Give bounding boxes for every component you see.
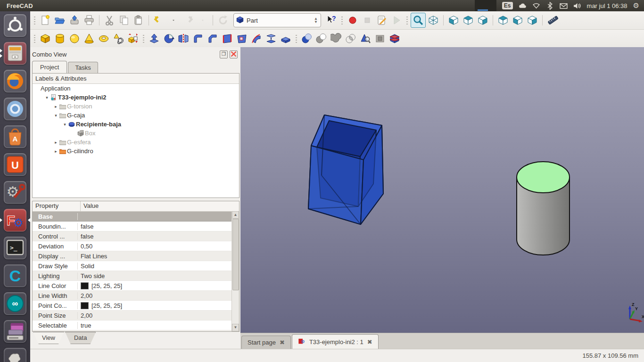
view-front-button[interactable] — [446, 13, 461, 27]
property-value[interactable]: Flat Lines — [78, 253, 239, 260]
property-value[interactable]: [25, 25, 25] — [78, 302, 239, 309]
primitive-torus-button[interactable] — [97, 32, 111, 46]
boolean-intersection-button[interactable] — [344, 32, 358, 46]
tab-project[interactable]: Project — [32, 61, 67, 73]
launcher-item-ubuntu-one[interactable]: U — [0, 153, 30, 176]
tree-item-recipiente-baja[interactable]: ▾Recipiente-baja — [33, 120, 239, 129]
dropdown-arrow-button[interactable] — [196, 13, 210, 27]
view-left-button[interactable] — [525, 13, 539, 27]
scroll-up-icon[interactable]: ▲ — [232, 211, 239, 219]
property-value[interactable]: false — [78, 233, 239, 240]
property-value[interactable]: Solid — [78, 263, 239, 270]
tree-item-t33-ejemplo-ini2[interactable]: ▾T33-ejemplo-ini2 — [33, 93, 239, 102]
property-value[interactable]: Two side — [78, 272, 239, 280]
property-value[interactable]: 2,00 — [78, 292, 239, 299]
blue-open-box[interactable] — [308, 115, 383, 224]
toolbar-grip[interactable] — [295, 33, 298, 44]
dock-close-icon[interactable]: ❌ — [230, 50, 238, 58]
expander-icon[interactable]: ▾ — [44, 95, 50, 100]
dash-home-icon[interactable] — [4, 14, 26, 37]
panel-clock[interactable]: mar jul 1 06:38 — [587, 2, 627, 9]
property-row-point-size[interactable]: Point Size 2,00 — [33, 311, 239, 321]
launcher-item-dash-home[interactable] — [0, 14, 30, 37]
cross-sections-button[interactable] — [388, 32, 402, 46]
tab-data[interactable]: Data — [65, 332, 96, 344]
firefox-icon[interactable] — [4, 70, 26, 92]
redo-button[interactable] — [181, 13, 195, 27]
property-row-base[interactable]: Base — [33, 212, 239, 222]
paste-button[interactable] — [132, 13, 146, 27]
view-right-button[interactable] — [476, 13, 490, 27]
document-tab-t33-ejemplo-ini2-1[interactable]: ⚙T33-ejemplo-ini2 : 1 ✖ — [292, 334, 379, 349]
launcher-item-freecad[interactable]: F⚙ — [0, 209, 30, 231]
expander-icon[interactable]: ▾ — [53, 113, 58, 118]
expander-icon[interactable]: ▸ — [53, 140, 58, 145]
view-bottom-button[interactable] — [511, 13, 525, 27]
3d-viewport[interactable]: Z Y X — [240, 47, 644, 333]
copy-button[interactable] — [117, 13, 131, 27]
fillet-button[interactable] — [191, 32, 205, 46]
property-row-boundin-[interactable]: Boundin... false — [33, 222, 239, 231]
close-tab-icon[interactable]: ✖ — [280, 339, 285, 346]
property-row-point-co-[interactable]: Point Co... [25, 25, 25] — [33, 301, 239, 311]
tab-view[interactable]: View — [33, 332, 64, 344]
convert-to-solid-button[interactable] — [373, 32, 387, 46]
property-value[interactable]: [25, 25, 25] — [78, 282, 239, 289]
cloud-sync-icon[interactable] — [519, 2, 527, 10]
launcher-item-c-ide[interactable]: C — [0, 264, 30, 287]
chromium-icon[interactable] — [4, 98, 26, 120]
boolean-cut-button[interactable] — [314, 32, 329, 46]
boolean-union-button[interactable] — [329, 32, 343, 46]
panel-window-badge[interactable] — [475, 0, 496, 11]
ruled-surface-button[interactable] — [220, 32, 234, 46]
property-row-lighting[interactable]: Lighting Two side — [33, 271, 239, 281]
offset-button[interactable] — [279, 32, 293, 46]
zoom-fit-button[interactable] — [411, 13, 426, 28]
launcher-item-chromium[interactable] — [0, 98, 30, 120]
tree-item-application[interactable]: Application — [33, 84, 239, 93]
dock-float-icon[interactable]: ❐ — [220, 50, 228, 58]
terminal-icon[interactable]: >_ — [4, 237, 26, 259]
launcher-item-system-settings[interactable]: ⚙ — [0, 181, 30, 204]
trash-icon[interactable] — [4, 348, 26, 362]
scroll-down-icon[interactable]: ▼ — [232, 324, 239, 331]
shape-builder-button[interactable] — [126, 32, 140, 46]
print-button[interactable] — [82, 13, 96, 27]
property-row-display-[interactable]: Display ... Flat Lines — [33, 251, 239, 261]
toolbar-grip[interactable] — [33, 15, 36, 25]
bluetooth-icon[interactable] — [546, 2, 554, 10]
ubuntu-one-icon[interactable]: U — [4, 153, 26, 176]
toolbar-grip[interactable] — [405, 15, 409, 25]
save-document-button[interactable] — [67, 13, 82, 27]
loft-button[interactable] — [264, 32, 278, 46]
toolbar-grip[interactable] — [340, 15, 344, 25]
launcher-item-firefox[interactable] — [0, 70, 30, 92]
workspace-windows-icon[interactable] — [4, 320, 26, 343]
wifi-icon[interactable] — [532, 2, 540, 10]
property-value[interactable]: false — [78, 223, 239, 230]
property-value[interactable]: true — [78, 322, 239, 329]
document-tab-start-page[interactable]: Start page ✖ — [241, 336, 291, 349]
property-value[interactable]: 2,00 — [78, 312, 239, 319]
view-rear-button[interactable] — [496, 13, 510, 27]
files-file-manager-icon[interactable] — [4, 42, 26, 65]
volume-icon[interactable] — [573, 2, 581, 10]
boolean-operation-button[interactable] — [300, 32, 314, 46]
tab-tasks[interactable]: Tasks — [68, 62, 98, 73]
open-document-button[interactable] — [53, 13, 67, 27]
property-row-line-color[interactable]: Line Color [25, 25, 25] — [33, 281, 239, 291]
whats-this-button[interactable]: ? — [324, 13, 339, 27]
launcher-item-trash[interactable] — [0, 348, 30, 362]
close-tab-icon[interactable]: ✖ — [367, 338, 372, 346]
property-row-draw-style[interactable]: Draw Style Solid — [33, 261, 239, 271]
create-primitives-button[interactable] — [111, 32, 125, 46]
system-settings-icon[interactable]: ⚙ — [4, 181, 26, 204]
undo-button[interactable] — [152, 13, 166, 27]
expander-icon[interactable]: ▸ — [53, 149, 58, 154]
workbench-selector[interactable]: Part ▲▼ — [233, 13, 321, 27]
cut-button[interactable] — [102, 13, 116, 27]
gray-cylinder[interactable] — [517, 162, 570, 255]
property-row-deviation[interactable]: Deviation 0,50 — [33, 241, 239, 251]
dropdown-arrow-button[interactable] — [166, 13, 181, 27]
toolbar-grip[interactable] — [142, 33, 145, 44]
